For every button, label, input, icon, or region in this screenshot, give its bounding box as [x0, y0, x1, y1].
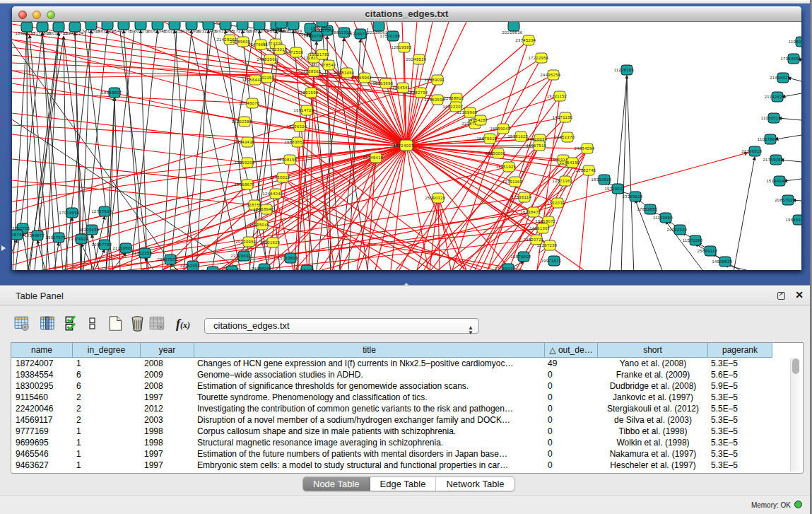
svg-text:16195046: 16195046 — [249, 223, 270, 227]
svg-text:24688080: 24688080 — [252, 267, 272, 270]
svg-text:16738472: 16738472 — [521, 210, 541, 214]
svg-text:15706306: 15706306 — [294, 268, 314, 270]
svg-text:10989091: 10989091 — [425, 78, 445, 82]
svg-text:17530188: 17530188 — [380, 34, 401, 38]
svg-text:16559047: 16559047 — [490, 127, 511, 131]
svg-text:24882066: 24882066 — [257, 57, 278, 62]
svg-text:24682370: 24682370 — [270, 28, 290, 32]
svg-text:12297239: 12297239 — [537, 243, 558, 247]
svg-text:21694425: 21694425 — [770, 76, 791, 80]
svg-text:11570280: 11570280 — [683, 238, 703, 243]
svg-text:21048076: 21048076 — [240, 101, 260, 105]
svg-text:19231152: 19231152 — [547, 94, 567, 98]
svg-text:15762565: 15762565 — [311, 26, 331, 30]
svg-text:12819383: 12819383 — [392, 45, 412, 49]
svg-text:23238803: 23238803 — [219, 269, 240, 270]
svg-text:12444044: 12444044 — [263, 192, 283, 196]
svg-text:19729027: 19729027 — [605, 187, 625, 191]
svg-text:25657675: 25657675 — [46, 235, 66, 240]
svg-text:24820721: 24820721 — [524, 238, 544, 242]
svg-text:16472506: 16472506 — [283, 50, 304, 54]
svg-text:10068679: 10068679 — [235, 182, 255, 187]
svg-text:15738744: 15738744 — [12, 233, 25, 237]
svg-text:15345416: 15345416 — [363, 156, 384, 160]
svg-text:21142625: 21142625 — [765, 95, 785, 99]
svg-text:18724007: 18724007 — [394, 144, 414, 148]
svg-text:19501629: 19501629 — [260, 240, 281, 245]
svg-text:13059205: 13059205 — [235, 160, 255, 165]
svg-text:18968948: 18968948 — [254, 207, 274, 211]
svg-text:20249529: 20249529 — [406, 57, 427, 62]
svg-text:21769083: 21769083 — [763, 158, 784, 162]
svg-text:12169968: 12169968 — [457, 110, 478, 115]
svg-text:11090518: 11090518 — [761, 116, 782, 120]
svg-text:17745961: 17745961 — [352, 76, 372, 80]
svg-text:22827370: 22827370 — [158, 257, 178, 262]
svg-text:11980815: 11980815 — [789, 40, 801, 44]
svg-text:25990329: 25990329 — [425, 196, 446, 200]
svg-text:16382745: 16382745 — [576, 168, 596, 173]
svg-text:11964541: 11964541 — [390, 86, 411, 90]
svg-text:21210801: 21210801 — [113, 246, 134, 250]
svg-text:15263809: 15263809 — [278, 256, 298, 260]
svg-text:20216636: 20216636 — [502, 30, 523, 35]
svg-text:18282794: 18282794 — [408, 90, 428, 95]
svg-text:18203439: 18203439 — [79, 228, 100, 232]
svg-text:12956442: 12956442 — [242, 78, 263, 82]
svg-text:13914729: 13914729 — [294, 108, 314, 112]
svg-text:14154287: 14154287 — [468, 118, 488, 122]
svg-text:12532032: 12532032 — [545, 201, 565, 205]
svg-text:10657788: 10657788 — [92, 243, 112, 247]
svg-text:17954050: 17954050 — [781, 57, 801, 61]
svg-text:23729690: 23729690 — [231, 254, 252, 258]
svg-text:15194349: 15194349 — [767, 179, 787, 183]
svg-text:13871367: 13871367 — [553, 179, 573, 183]
svg-text:17074924: 17074924 — [69, 237, 89, 241]
svg-text:11153650: 11153650 — [653, 216, 673, 220]
svg-text:13660918: 13660918 — [425, 98, 445, 102]
svg-text:18330000: 18330000 — [486, 151, 506, 156]
svg-text:19971871: 19971871 — [541, 259, 562, 263]
svg-text:14830794: 14830794 — [304, 34, 324, 38]
svg-text:15875018: 15875018 — [511, 255, 531, 259]
svg-text:12767604: 12767604 — [92, 209, 112, 214]
svg-text:18332820: 18332820 — [592, 177, 612, 182]
svg-text:14528829: 14528829 — [712, 259, 733, 264]
svg-text:19613779: 19613779 — [200, 269, 220, 270]
svg-text:19362957: 19362957 — [180, 264, 201, 268]
svg-text:12791163: 12791163 — [502, 180, 523, 184]
svg-text:23369628: 23369628 — [623, 194, 643, 199]
svg-text:21851370: 21851370 — [555, 135, 575, 139]
svg-text:10202384: 10202384 — [232, 119, 252, 124]
svg-text:16675615: 16675615 — [477, 136, 498, 141]
svg-text:16967519: 16967519 — [526, 144, 547, 148]
svg-text:14822307: 14822307 — [443, 105, 464, 109]
svg-text:19218072: 19218072 — [536, 219, 556, 223]
svg-text:17222954: 17222954 — [529, 56, 549, 60]
svg-text:24092320: 24092320 — [667, 228, 688, 232]
svg-text:17653855: 17653855 — [637, 207, 658, 211]
svg-text:11228106: 11228106 — [614, 68, 635, 72]
svg-text:11351929: 11351929 — [496, 165, 517, 169]
svg-text:15821782: 15821782 — [310, 52, 330, 57]
svg-text:17014936: 17014936 — [59, 211, 80, 215]
svg-text:21665120: 21665120 — [495, 267, 516, 270]
svg-text:19883852: 19883852 — [285, 140, 305, 144]
svg-text:20857020: 20857020 — [775, 198, 796, 202]
svg-text:20230954: 20230954 — [236, 240, 257, 244]
svg-text:23943436: 23943436 — [235, 140, 255, 144]
svg-text:22888810: 22888810 — [444, 96, 464, 100]
svg-text:18136324: 18136324 — [287, 124, 307, 129]
svg-text:25381623: 25381623 — [508, 134, 529, 139]
svg-text:25849118: 25849118 — [698, 249, 718, 253]
svg-text:19696328: 19696328 — [786, 218, 802, 222]
svg-text:21454192: 21454192 — [560, 160, 580, 165]
svg-text:11017864: 11017864 — [758, 137, 778, 141]
svg-text:14730012: 14730012 — [270, 175, 290, 180]
svg-text:25781464: 25781464 — [334, 71, 355, 75]
svg-text:12549877: 12549877 — [25, 233, 45, 238]
svg-text:24495254: 24495254 — [541, 73, 561, 77]
svg-text:18306674: 18306674 — [348, 32, 368, 36]
svg-text:14671130: 14671130 — [553, 115, 573, 119]
svg-text:12538365: 12538365 — [301, 69, 322, 74]
